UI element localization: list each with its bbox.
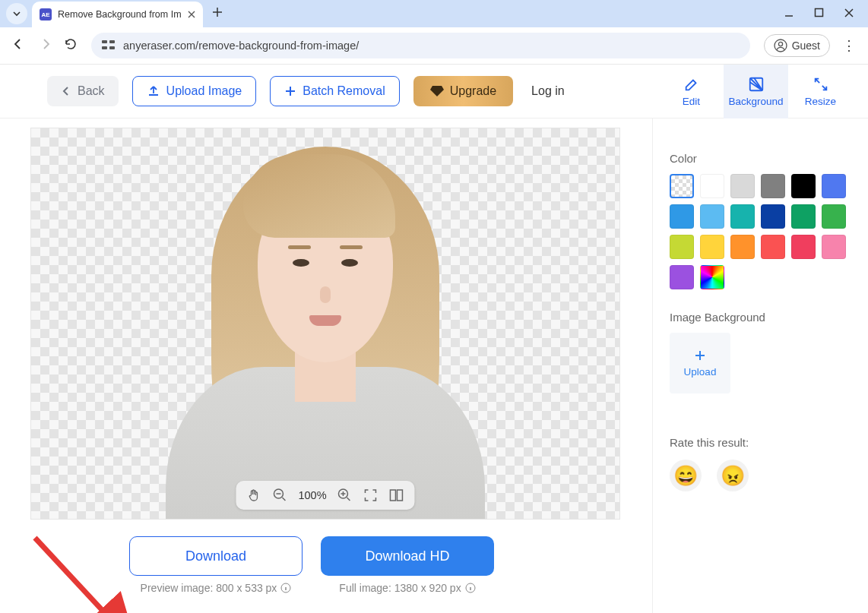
rate-negative-button[interactable]: 😠 [717, 460, 749, 491]
color-swatch-grid [670, 174, 850, 289]
nav-forward-icon [36, 37, 55, 54]
upload-image-button[interactable]: Upload Image [132, 76, 257, 106]
color-swatch-ffffff[interactable] [700, 174, 724, 198]
url-text: anyeraser.com/remove-background-from-ima… [123, 39, 359, 52]
nav-back-icon[interactable] [9, 37, 27, 54]
window-maximize-icon[interactable] [814, 8, 824, 20]
full-dimensions: Full image: 1380 x 920 px [339, 582, 475, 594]
window-close-icon[interactable] [844, 8, 854, 21]
login-link[interactable]: Log in [531, 84, 565, 98]
chevron-left-icon [61, 86, 71, 96]
zoom-in-icon[interactable] [337, 488, 353, 503]
svg-rect-0 [816, 9, 823, 17]
color-swatch-fa5252[interactable] [761, 235, 785, 259]
color-swatch-5cbbf2[interactable] [700, 204, 724, 229]
color-swatch-37b24d[interactable] [822, 204, 846, 229]
info-icon[interactable] [465, 583, 476, 593]
color-swatch-f783ac[interactable] [822, 235, 846, 259]
svg-rect-11 [398, 490, 403, 501]
color-section-label: Color [670, 152, 850, 165]
site-settings-icon[interactable] [102, 39, 116, 52]
batch-removal-button[interactable]: Batch Removal [270, 76, 400, 106]
diamond-icon [430, 85, 444, 97]
fit-screen-icon[interactable] [363, 488, 379, 503]
new-tab-button[interactable] [212, 7, 223, 21]
plus-icon [693, 349, 707, 362]
edit-icon [683, 76, 700, 93]
browser-menu-icon[interactable]: ⋮ [839, 37, 859, 54]
color-swatch-ff922b[interactable] [730, 235, 755, 259]
tab-title: Remove Background from Im [58, 9, 182, 20]
favicon-icon: AE [40, 8, 52, 21]
tab-resize[interactable]: Resize [788, 65, 853, 118]
zoom-toolbar: 100% [236, 481, 414, 510]
back-button[interactable]: Back [47, 76, 119, 106]
color-swatch-f03e5e[interactable] [791, 235, 816, 259]
preview-dimensions: Preview image: 800 x 533 px [141, 582, 292, 594]
browser-tab[interactable]: AE Remove Background from Im [32, 2, 203, 27]
address-bar[interactable]: anyeraser.com/remove-background-from-ima… [91, 33, 750, 58]
resize-icon [813, 76, 829, 93]
color-swatch-2f99e6[interactable] [670, 204, 694, 229]
color-swatch-0ea163[interactable] [791, 204, 816, 229]
upload-icon [147, 84, 160, 98]
color-swatch-d9d9d9[interactable] [730, 174, 755, 198]
color-swatch-transparent[interactable] [670, 174, 694, 198]
pan-hand-icon[interactable] [246, 488, 261, 503]
rate-positive-button[interactable]: 😄 [670, 460, 702, 491]
svg-rect-2 [102, 46, 107, 49]
subject-image [150, 128, 500, 519]
window-minimize-icon[interactable] [784, 8, 794, 21]
upload-background-button[interactable]: Upload [670, 333, 730, 393]
color-swatch-c5d934[interactable] [670, 235, 694, 259]
zoom-percent: 100% [298, 489, 326, 501]
svg-point-6 [778, 42, 782, 46]
svg-rect-3 [109, 40, 115, 43]
upgrade-button[interactable]: Upgrade [413, 76, 513, 106]
background-icon [748, 76, 765, 93]
rate-section-label: Rate this result: [670, 436, 850, 449]
tab-edit[interactable]: Edit [659, 65, 724, 118]
color-swatch-9b51e0[interactable] [670, 265, 694, 289]
svg-rect-10 [391, 490, 396, 501]
download-button[interactable]: Download [129, 536, 303, 576]
tab-background[interactable]: Background [724, 65, 788, 118]
download-hd-button[interactable]: Download HD [321, 536, 494, 576]
svg-rect-4 [109, 46, 115, 49]
tab-close-icon[interactable] [188, 8, 195, 21]
profile-button[interactable]: Guest [764, 34, 830, 57]
image-canvas[interactable]: 100% [30, 128, 620, 520]
color-swatch-0a3fa3[interactable] [761, 204, 785, 229]
compare-icon[interactable] [389, 488, 404, 503]
color-swatch-rainbow[interactable] [700, 265, 724, 289]
image-bg-section-label: Image Background [670, 311, 850, 324]
zoom-out-icon[interactable] [272, 488, 287, 503]
color-swatch-17b3ad[interactable] [730, 204, 755, 229]
tab-search-dropdown[interactable] [6, 3, 27, 24]
color-swatch-5078f0[interactable] [822, 174, 846, 198]
color-swatch-ffd43b[interactable] [700, 235, 724, 259]
color-swatch-808080[interactable] [761, 174, 785, 198]
info-icon[interactable] [280, 583, 291, 593]
svg-rect-1 [102, 40, 107, 43]
profile-label: Guest [792, 39, 820, 52]
reload-icon[interactable] [64, 37, 78, 54]
plus-icon [284, 85, 296, 97]
color-swatch-000000[interactable] [791, 174, 816, 198]
